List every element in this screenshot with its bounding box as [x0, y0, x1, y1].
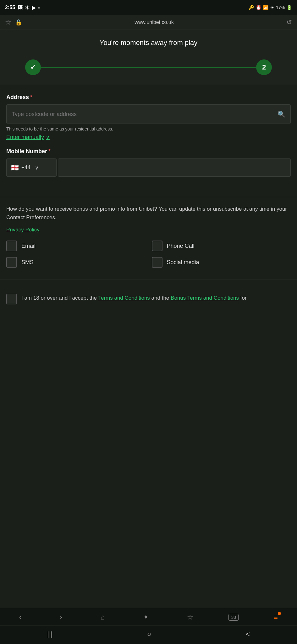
wifi-icon: 📶 [263, 5, 268, 10]
divider-1 [0, 197, 297, 197]
step-1-checkmark: ✓ [30, 63, 36, 71]
browser-bar: ☆ 🔒 www.unibet.co.uk ↺ [0, 15, 297, 30]
phone-call-checkbox[interactable] [152, 241, 162, 251]
android-recent-button[interactable]: ||| [47, 630, 52, 638]
checkbox-item-email: Email [6, 241, 146, 251]
enter-manually-link[interactable]: Enter manually ∨ [6, 134, 50, 141]
main-content: You're moments away from play ✓ 2 Addres… [0, 30, 297, 644]
terms-text: I am 18 or over and I accept the Terms a… [21, 294, 247, 302]
alarm-icon: ⏰ [256, 5, 261, 10]
enter-manually-chevron: ∨ [46, 134, 50, 140]
sms-checkbox-label: SMS [21, 259, 34, 266]
checkbox-item-sms: SMS [6, 257, 146, 268]
checkbox-item-phone-call: Phone Call [152, 241, 291, 251]
refresh-icon[interactable]: ↺ [286, 18, 292, 26]
step-2-circle: 2 [256, 59, 272, 75]
progress-line [40, 67, 257, 68]
enter-manually-label: Enter manually [6, 134, 44, 141]
status-left: 2:55 🖼 ✶ ▶ ● [5, 5, 40, 11]
status-time: 2:55 [5, 5, 15, 10]
address-label: Address * [6, 94, 291, 101]
email-checkbox-label: Email [21, 243, 36, 249]
address-field-group: Address * 🔍 This needs to be the same as… [6, 94, 291, 141]
page-title: You're moments away from play [6, 39, 291, 47]
gallery-icon: 🖼 [18, 5, 23, 10]
divider-2 [0, 280, 297, 280]
address-required-star: * [30, 94, 32, 101]
key-icon: 🔑 [249, 5, 254, 10]
status-right: 🔑 ⏰ 📶 ✈ 17% 🔋 [249, 5, 292, 10]
youtube-icon: ▶ [32, 5, 36, 11]
tabs-nav-button[interactable]: 33 [228, 614, 239, 621]
mobile-row: 🏴󠁧󠁢󠁥󠁮󠁧󠁿 +44 ∨ [6, 158, 291, 177]
magic-nav-button[interactable]: ✦ [140, 612, 152, 623]
terms-link-1[interactable]: Terms and Conditions [98, 295, 150, 301]
address-hint: This needs to be the same as your reside… [6, 126, 291, 131]
step-2-label: 2 [262, 63, 266, 71]
country-code: +44 [21, 164, 30, 171]
flag-icon: 🏴󠁧󠁢󠁥󠁮󠁧󠁿 [11, 164, 19, 171]
page-header: You're moments away from play [0, 30, 297, 53]
status-bar: 2:55 🖼 ✶ ▶ ● 🔑 ⏰ 📶 ✈ 17% 🔋 [0, 0, 297, 15]
mobile-field-group: Mobile Number * 🏴󠁧󠁢󠁥󠁮󠁧󠁿 +44 ∨ [6, 148, 291, 177]
contact-prefs-text: How do you want to receive bonus and pro… [6, 205, 291, 222]
battery-percent: 17% [276, 5, 285, 10]
mobile-required-star: * [48, 148, 51, 155]
terms-text-before: I am 18 or over and I accept the [21, 295, 98, 301]
bluetooth-icon: ✶ [25, 5, 29, 11]
mobile-label: Mobile Number * [6, 148, 291, 155]
social-media-checkbox[interactable] [152, 257, 162, 268]
home-nav-button[interactable]: ⌂ [97, 612, 108, 623]
phone-number-input[interactable] [58, 158, 291, 177]
terms-text-middle: and the [150, 295, 171, 301]
phone-call-checkbox-label: Phone Call [167, 243, 195, 249]
back-nav-button[interactable]: ‹ [16, 612, 25, 623]
browser-url[interactable]: www.unibet.co.uk [26, 19, 283, 25]
terms-link-2[interactable]: Bonus Terms and Conditions [171, 295, 239, 301]
country-chevron-icon: ∨ [35, 165, 39, 171]
country-select[interactable]: 🏴󠁧󠁢󠁥󠁮󠁧󠁿 +44 ∨ [6, 158, 57, 177]
address-input[interactable] [12, 111, 278, 118]
menu-nav-button[interactable]: ≡ [271, 612, 281, 623]
email-checkbox[interactable] [6, 241, 17, 251]
terms-text-after: for [239, 295, 247, 301]
form-section: Address * 🔍 This needs to be the same as… [0, 85, 297, 194]
android-nav-bar: ||| ○ < [0, 626, 297, 644]
tabs-nav-wrapper: 33 [228, 614, 239, 620]
notification-dot: ● [38, 6, 40, 9]
forward-nav-button[interactable]: › [57, 612, 65, 623]
airplane-icon: ✈ [270, 5, 274, 10]
address-input-wrapper[interactable]: 🔍 [6, 104, 291, 124]
sms-checkbox[interactable] [6, 257, 17, 268]
checkbox-item-social-media: Social media [152, 257, 291, 268]
android-home-button[interactable]: ○ [147, 630, 151, 638]
bottom-nav: ‹ › ⌂ ✦ ☆ 33 ≡ [0, 608, 297, 625]
bookmark-icon[interactable]: ☆ [5, 18, 11, 26]
terms-section: I am 18 or over and I accept the Terms a… [0, 287, 297, 304]
menu-badge-dot [278, 612, 281, 615]
privacy-policy-link[interactable]: Privacy Policy [6, 227, 40, 233]
android-back-button[interactable]: < [246, 630, 250, 638]
contact-prefs-section: How do you want to receive bonus and pro… [0, 205, 297, 276]
search-icon: 🔍 [278, 110, 285, 118]
terms-row: I am 18 or over and I accept the Terms a… [6, 294, 291, 304]
step-1-circle: ✓ [25, 59, 41, 75]
star-nav-button[interactable]: ☆ [184, 612, 196, 623]
terms-checkbox[interactable] [6, 294, 17, 304]
checkboxes-grid: Email Phone Call SMS Social media [6, 241, 291, 268]
battery-icon: 🔋 [287, 5, 292, 10]
lock-icon: 🔒 [15, 19, 22, 26]
progress-container: ✓ 2 [0, 53, 297, 85]
social-media-checkbox-label: Social media [167, 259, 199, 266]
